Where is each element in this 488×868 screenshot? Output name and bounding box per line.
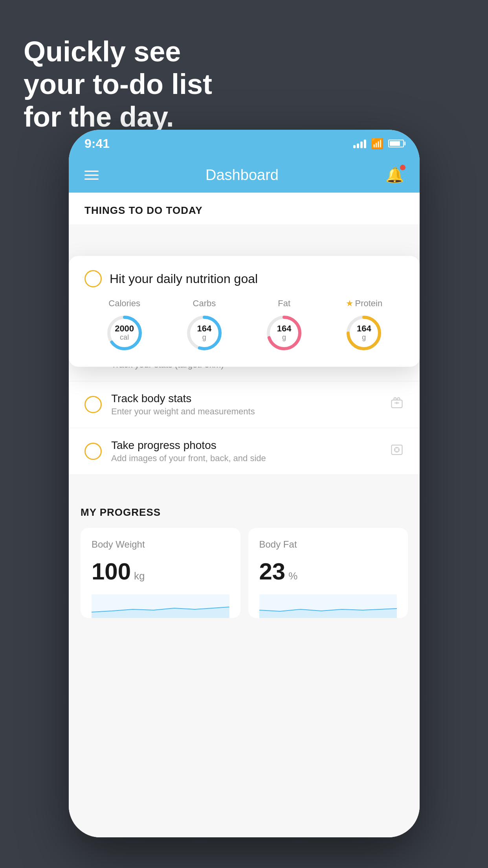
- fat-unit: g: [282, 334, 286, 342]
- status-bar: 9:41 📶: [69, 130, 420, 157]
- things-to-do-title: THINGS TO DO TODAY: [84, 204, 404, 217]
- headline-line1: Quickly see: [24, 35, 212, 68]
- carbs-donut: 164 g: [185, 313, 224, 353]
- carbs-value: 164: [197, 324, 212, 333]
- signal-icon: [353, 139, 366, 148]
- battery-icon: [388, 140, 404, 147]
- body-weight-card: Body Weight 100 kg: [81, 528, 240, 618]
- svg-marker-13: [92, 607, 229, 618]
- fat-value: 164: [277, 324, 292, 333]
- nutrient-carbs: Carbs 164 g: [185, 298, 224, 353]
- body-fat-value-row: 23 %: [259, 558, 397, 585]
- nutrition-check-circle[interactable]: [84, 270, 102, 287]
- calories-unit: cal: [120, 334, 129, 342]
- fat-donut: 164 g: [264, 313, 304, 353]
- main-content: THINGS TO DO TODAY Hit your daily nutrit…: [69, 193, 420, 837]
- nutrition-label: Hit your daily nutrition goal: [110, 272, 258, 286]
- progress-title: MY PROGRESS: [81, 506, 408, 519]
- todo-item-body-stats[interactable]: Track body stats Enter your weight and m…: [69, 381, 420, 428]
- progress-cards: Body Weight 100 kg Body Fat: [81, 528, 408, 618]
- headline-line2: your to-do list: [24, 68, 212, 101]
- body-fat-chart: [259, 594, 397, 618]
- calories-donut: 2000 cal: [105, 313, 144, 353]
- body-weight-unit: kg: [134, 570, 145, 582]
- photos-sublabel: Add images of your front, back, and side: [111, 453, 380, 463]
- nutrient-protein: ★ Protein 164 g: [344, 298, 383, 353]
- body-weight-value-row: 100 kg: [92, 558, 229, 585]
- protein-label-row: ★ Protein: [346, 298, 383, 309]
- calories-value: 2000: [115, 324, 134, 333]
- protein-donut: 164 g: [344, 313, 383, 353]
- notification-dot: [400, 165, 405, 170]
- progress-section: MY PROGRESS Body Weight 100 kg: [69, 491, 420, 630]
- nutrition-circles: Calories 2000 cal: [84, 298, 404, 353]
- headline-line3: for the day.: [24, 101, 212, 133]
- body-stats-text: Track body stats Enter your weight and m…: [111, 392, 380, 417]
- wifi-icon: 📶: [371, 138, 383, 150]
- photos-icon: [390, 443, 404, 460]
- things-to-do-header: THINGS TO DO TODAY: [69, 193, 420, 224]
- status-icons: 📶: [353, 138, 404, 150]
- photos-check-circle: [84, 443, 102, 460]
- body-fat-unit: %: [288, 570, 297, 582]
- menu-button[interactable]: [84, 171, 99, 180]
- nav-title: Dashboard: [205, 167, 279, 184]
- calories-label: Calories: [108, 298, 140, 309]
- body-stats-icon: [390, 396, 404, 413]
- body-fat-card-title: Body Fat: [259, 539, 397, 550]
- body-stats-sublabel: Enter your weight and measurements: [111, 406, 380, 417]
- nutrition-card-title-row: Hit your daily nutrition goal: [84, 270, 404, 287]
- svg-marker-14: [259, 609, 397, 618]
- body-stats-label: Track body stats: [111, 392, 380, 405]
- carbs-label: Carbs: [193, 298, 216, 309]
- nutrition-card: Hit your daily nutrition goal Calories: [69, 256, 420, 367]
- svg-rect-11: [392, 445, 402, 454]
- notification-bell-button[interactable]: 🔔: [385, 166, 404, 184]
- nutrient-fat: Fat 164 g: [264, 298, 304, 353]
- fat-label: Fat: [278, 298, 290, 309]
- photos-text: Take progress photos Add images of your …: [111, 439, 380, 463]
- protein-value: 164: [357, 324, 371, 333]
- body-fat-value: 23: [259, 558, 286, 585]
- body-stats-check-circle: [84, 396, 102, 413]
- nutrient-calories: Calories 2000 cal: [105, 298, 144, 353]
- body-weight-card-title: Body Weight: [92, 539, 229, 550]
- body-weight-chart: [92, 594, 229, 618]
- photos-label: Take progress photos: [111, 439, 380, 452]
- carbs-unit: g: [202, 334, 206, 342]
- todo-item-photos[interactable]: Take progress photos Add images of your …: [69, 428, 420, 475]
- nav-bar: Dashboard 🔔: [69, 157, 420, 193]
- status-time: 9:41: [84, 136, 110, 151]
- star-icon: ★: [346, 298, 354, 309]
- headline: Quickly see your to-do list for the day.: [24, 35, 212, 133]
- protein-label: Protein: [355, 298, 383, 309]
- body-weight-value: 100: [92, 558, 131, 585]
- body-fat-card: Body Fat 23 %: [248, 528, 408, 618]
- phone-shell: 9:41 📶 Dashboard 🔔 THINGS TO: [69, 130, 420, 837]
- protein-unit: g: [362, 334, 366, 342]
